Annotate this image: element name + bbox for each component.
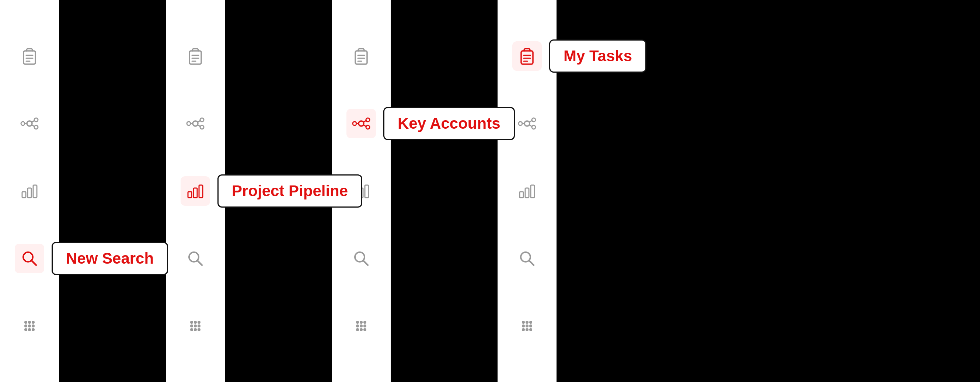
project-pipeline-tooltip-text: Project Pipeline: [232, 182, 348, 199]
sidebar-item-grid-2[interactable]: [181, 311, 210, 341]
svg-rect-87: [525, 188, 529, 197]
svg-rect-25: [189, 51, 201, 64]
clipboard-icon-2: [186, 46, 205, 66]
svg-point-31: [200, 118, 204, 122]
svg-point-45: [194, 325, 197, 328]
svg-point-93: [529, 321, 532, 324]
svg-point-79: [525, 121, 530, 126]
grid-icon-3: [352, 316, 371, 336]
svg-rect-88: [531, 185, 535, 197]
svg-point-99: [529, 328, 532, 331]
grid-icon-2: [186, 316, 205, 336]
svg-rect-13: [33, 185, 37, 197]
sidebar-item-search-2[interactable]: [181, 244, 210, 273]
new-search-tooltip-text: New Search: [66, 250, 154, 267]
svg-line-90: [529, 261, 534, 265]
svg-rect-11: [22, 192, 26, 197]
svg-line-35: [198, 125, 200, 126]
sidebar-item-grid-4[interactable]: [512, 311, 542, 341]
svg-point-46: [197, 325, 200, 328]
svg-point-18: [32, 321, 35, 324]
svg-point-70: [360, 325, 363, 328]
svg-point-23: [28, 328, 31, 331]
bars-icon-1: [20, 181, 39, 201]
svg-rect-12: [28, 188, 31, 197]
svg-point-54: [359, 121, 364, 126]
svg-line-84: [530, 121, 532, 122]
sidebar-item-network-4[interactable]: [512, 109, 542, 138]
sidebar-item-grid-1[interactable]: [15, 311, 44, 341]
clipboard-icon-3: [352, 46, 371, 66]
svg-line-65: [363, 261, 368, 265]
search-icon-1: [20, 249, 39, 268]
sidebar-item-pipeline-2[interactable]: Project Pipeline: [181, 176, 210, 206]
svg-line-34: [198, 121, 200, 122]
svg-rect-38: [199, 185, 203, 197]
svg-point-82: [532, 125, 536, 129]
svg-point-68: [363, 321, 366, 324]
grid-icon-4: [517, 316, 537, 336]
new-search-tooltip: New Search: [52, 242, 168, 275]
svg-line-59: [364, 121, 366, 122]
project-pipeline-tooltip: Project Pipeline: [218, 174, 362, 208]
svg-point-41: [190, 321, 193, 324]
sidebar-2: Project Pipeline: [166, 0, 225, 382]
svg-point-66: [356, 321, 359, 324]
sidebar-item-tasks-2[interactable]: [181, 41, 210, 71]
key-accounts-tooltip: Key Accounts: [383, 107, 515, 140]
sidebar-item-grid-3[interactable]: [347, 311, 376, 341]
svg-rect-37: [194, 188, 197, 197]
svg-line-9: [32, 121, 34, 122]
svg-point-69: [356, 325, 359, 328]
svg-point-29: [193, 121, 198, 126]
network-icon-2: [186, 114, 205, 133]
svg-point-98: [525, 328, 528, 331]
sidebar-item-pipeline-4[interactable]: [512, 176, 542, 206]
svg-line-60: [364, 125, 366, 126]
sidebar-item-pipeline-1[interactable]: [15, 176, 44, 206]
svg-rect-75: [521, 51, 533, 64]
svg-line-40: [197, 261, 202, 265]
sidebar-item-search-3[interactable]: [347, 244, 376, 273]
sidebar-item-network-1[interactable]: [15, 109, 44, 138]
svg-rect-63: [365, 185, 369, 197]
sidebar-item-network-3[interactable]: Key Accounts: [347, 109, 376, 138]
svg-point-22: [24, 328, 27, 331]
svg-point-44: [190, 325, 193, 328]
svg-point-21: [32, 325, 35, 328]
svg-point-96: [529, 325, 532, 328]
sidebar-item-tasks-1[interactable]: [15, 41, 44, 71]
svg-point-72: [356, 328, 359, 331]
svg-point-71: [363, 325, 366, 328]
svg-point-49: [197, 328, 200, 331]
svg-point-56: [366, 118, 370, 122]
svg-point-95: [525, 325, 528, 328]
svg-point-47: [190, 328, 193, 331]
svg-rect-36: [188, 192, 192, 197]
sidebar-item-search-1[interactable]: New Search: [15, 244, 44, 273]
svg-point-57: [366, 125, 370, 129]
sidebar-item-tasks-3[interactable]: [347, 41, 376, 71]
svg-rect-50: [355, 51, 367, 64]
sidebar-item-search-4[interactable]: [512, 244, 542, 273]
search-icon-3: [352, 249, 371, 268]
clipboard-icon: [20, 46, 39, 66]
clipboard-icon-4: [517, 46, 537, 66]
sidebar-item-network-2[interactable]: [181, 109, 210, 138]
svg-point-19: [24, 325, 27, 328]
svg-point-73: [360, 328, 363, 331]
svg-point-4: [27, 121, 32, 126]
svg-rect-86: [520, 192, 523, 197]
search-icon-2: [186, 249, 205, 268]
svg-point-42: [194, 321, 197, 324]
sidebar-item-tasks-4[interactable]: My Tasks: [512, 41, 542, 71]
svg-point-7: [34, 125, 38, 129]
svg-point-24: [32, 328, 35, 331]
sidebar-1: New Search: [0, 0, 59, 382]
search-icon-4: [517, 249, 537, 268]
svg-point-67: [360, 321, 363, 324]
sidebar-4: My Tasks: [498, 0, 557, 382]
grid-icon-1: [20, 316, 39, 336]
svg-point-74: [363, 328, 366, 331]
key-accounts-tooltip-text: Key Accounts: [398, 115, 501, 132]
